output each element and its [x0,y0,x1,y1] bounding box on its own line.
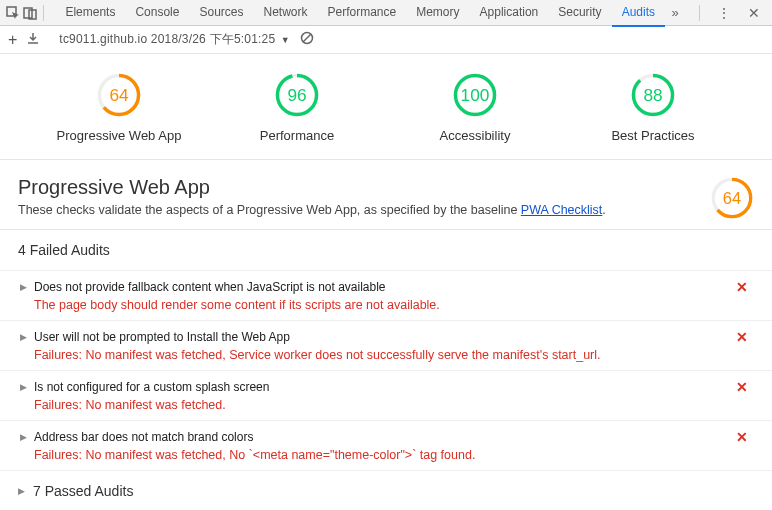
audit-title: Address bar does not match brand colors [34,430,253,444]
failed-audits-list: ▶ Does not provide fallback content when… [0,271,772,471]
close-icon[interactable]: ✕ [744,3,764,23]
tab-network[interactable]: Network [253,0,317,27]
audit-title: User will not be prompted to Install the… [34,330,290,344]
pwa-section: Progressive Web App These checks validat… [0,160,772,230]
panel-tabs: Elements Console Sources Network Perform… [55,0,665,27]
audits-toolbar: + tc9011.github.io 2018/3/26 下午5:01:25 ▼ [0,26,772,54]
audit-item[interactable]: ▶ Is not configured for a custom splash … [0,371,772,421]
gauge-icon: 88 [630,72,676,118]
fail-icon: ✕ [736,429,754,445]
chevron-right-icon: ▶ [20,282,27,292]
more-tabs-icon[interactable]: » [665,3,685,23]
score-pwa[interactable]: 64 Progressive Web App [39,72,199,143]
svg-text:64: 64 [109,85,129,105]
tab-memory[interactable]: Memory [406,0,469,27]
audit-detail: Failures: No manifest was fetched. [34,398,754,412]
chevron-right-icon: ▶ [20,432,27,442]
fail-icon: ✕ [736,379,754,395]
tab-elements[interactable]: Elements [55,0,125,27]
score-label: Performance [260,128,334,143]
score-label: Accessibility [440,128,511,143]
fail-icon: ✕ [736,329,754,345]
score-performance[interactable]: 96 Performance [217,72,377,143]
chevron-right-icon: ▶ [18,486,25,496]
score-label: Best Practices [611,128,694,143]
report-content[interactable]: 64 Progressive Web App 96 Performance 10… [0,54,772,510]
section-title: Progressive Web App [18,176,606,199]
tab-performance[interactable]: Performance [318,0,407,27]
devtools-tabbar: Elements Console Sources Network Perform… [0,0,772,26]
svg-text:64: 64 [723,189,741,207]
kebab-menu-icon[interactable]: ⋮ [714,3,734,23]
gauge-icon: 64 [710,176,754,220]
clear-icon[interactable] [300,31,314,48]
report-url-label: tc9011.github.io 2018/3/26 下午5:01:25 [59,32,275,46]
audit-item[interactable]: ▶ User will not be prompted to Install t… [0,321,772,371]
gauge-icon: 64 [96,72,142,118]
passed-audits-header[interactable]: ▶ 7 Passed Audits [0,471,772,510]
audit-detail: The page body should render some content… [34,298,754,312]
audit-detail: Failures: No manifest was fetched, No `<… [34,448,754,462]
report-selector[interactable]: tc9011.github.io 2018/3/26 下午5:01:25 ▼ [59,31,289,48]
section-description: These checks validate the aspects of a P… [18,203,606,217]
tab-audits[interactable]: Audits [612,0,665,27]
audit-item[interactable]: ▶ Address bar does not match brand color… [0,421,772,471]
pwa-checklist-link[interactable]: PWA Checklist [521,203,603,217]
svg-text:100: 100 [461,85,490,105]
audit-title: Is not configured for a custom splash sc… [34,380,269,394]
tab-sources[interactable]: Sources [189,0,253,27]
fail-icon: ✕ [736,279,754,295]
tab-application[interactable]: Application [470,0,549,27]
chevron-right-icon: ▶ [20,382,27,392]
score-best-practices[interactable]: 88 Best Practices [573,72,733,143]
svg-text:88: 88 [643,85,662,105]
audit-title: Does not provide fallback content when J… [34,280,386,294]
tab-console[interactable]: Console [125,0,189,27]
device-toggle-icon[interactable] [21,3,38,23]
score-label: Progressive Web App [57,128,182,143]
audit-item[interactable]: ▶ Does not provide fallback content when… [0,271,772,321]
failed-audits-header[interactable]: 4 Failed Audits [0,230,772,271]
chevron-right-icon: ▶ [20,332,27,342]
audit-detail: Failures: No manifest was fetched, Servi… [34,348,754,362]
inspect-icon[interactable] [4,3,21,23]
divider [43,5,44,21]
score-accessibility[interactable]: 100 Accessibility [395,72,555,143]
tab-security[interactable]: Security [548,0,611,27]
svg-line-4 [303,34,311,42]
download-icon[interactable] [27,32,39,47]
new-audit-icon[interactable]: + [8,31,17,49]
score-summary: 64 Progressive Web App 96 Performance 10… [0,54,772,160]
gauge-icon: 96 [274,72,320,118]
divider [699,5,700,21]
chevron-down-icon: ▼ [281,35,290,45]
gauge-icon: 100 [452,72,498,118]
svg-text:96: 96 [287,85,306,105]
